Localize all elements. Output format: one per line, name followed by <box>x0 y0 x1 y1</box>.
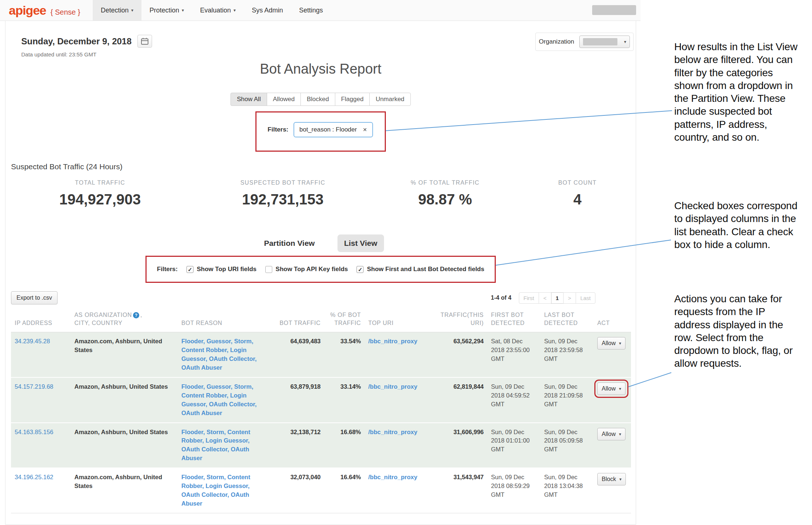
pct-bot-traffic-cell: 16.68% <box>324 423 365 468</box>
page-title: Bot Analysis Report <box>5 61 636 77</box>
pct-bot-traffic-cell: 16.64% <box>324 468 365 513</box>
top-uri-link[interactable]: /bbc_nitro_proxy <box>365 423 429 468</box>
pct-bot-traffic-cell: 33.14% <box>324 377 365 423</box>
nav-item-protection[interactable]: Protection ▾ <box>141 0 192 21</box>
redacted-user-info <box>592 5 636 15</box>
chevron-down-icon: ▾ <box>619 432 621 436</box>
bot-reason-links[interactable]: Flooder, Guessor, Storm, Content Robber,… <box>178 377 262 423</box>
chevron-down-icon: ▾ <box>624 40 626 44</box>
apigee-sense-app: apigee { Sense } Detection ▾ Protection … <box>0 0 641 525</box>
action-dropdown-row-1[interactable]: Allow ▾ <box>597 337 625 350</box>
pagination-last-button[interactable]: Last <box>576 292 595 304</box>
list-filters-label: Filters: <box>157 266 178 273</box>
bot-reason-links[interactable]: Flooder, Guessor, Storm, Content Robber,… <box>178 332 262 377</box>
table-row: 54.163.85.156 Amazon, Ashburn, United St… <box>11 423 631 468</box>
stat-pct-total-traffic: % OF TOTAL TRAFFIC 98.87 % <box>371 180 519 208</box>
col-header-text: CITY, COUNTRY <box>74 320 122 326</box>
as-organization-cell: Amazon, Ashburn, United States <box>71 423 178 468</box>
last-bot-detected-cell: Sun, 09 Dec 2018 21:09:58 GMT <box>540 377 594 423</box>
content-frame: Sunday, December 9, 2018 Data updated un… <box>5 21 636 525</box>
ip-address-link[interactable]: 54.163.85.156 <box>11 423 71 468</box>
nav-item-label: Detection <box>101 7 129 14</box>
ip-address-link[interactable]: 34.239.45.28 <box>11 332 71 377</box>
checkbox-label: Show Top API Key fields <box>276 266 348 273</box>
tab-unmarked[interactable]: Unmarked <box>369 93 410 106</box>
checkbox-icon[interactable] <box>265 266 272 273</box>
nav-item-label: Sys Admin <box>252 7 283 14</box>
traffic-this-uri-cell: 62,819,844 <box>429 377 487 423</box>
page: apigee { Sense } Detection ▾ Protection … <box>0 0 812 525</box>
stats-row: TOTAL TRAFFIC 194,927,903 SUSPECTED BOT … <box>5 180 636 208</box>
report-date-block: Sunday, December 9, 2018 Data updated un… <box>21 35 152 58</box>
top-navbar: apigee { Sense } Detection ▾ Protection … <box>0 0 641 21</box>
top-uri-link[interactable]: /bbc_nitro_proxy <box>365 468 429 513</box>
tab-allowed[interactable]: Allowed <box>267 93 301 106</box>
tab-show-all[interactable]: Show All <box>230 93 267 106</box>
export-csv-button[interactable]: Export to .csv <box>11 291 58 304</box>
help-icon[interactable]: ? <box>133 312 139 318</box>
traffic-this-uri-cell: 31,606,996 <box>429 423 487 468</box>
stat-label: BOT COUNT <box>519 180 636 186</box>
top-uri-link[interactable]: /bbc_nitro_proxy <box>365 377 429 423</box>
nav-item-settings[interactable]: Settings <box>291 0 331 21</box>
col-header-act: ACT <box>594 309 631 332</box>
pagination-page-1-button[interactable]: 1 <box>551 292 564 304</box>
last-bot-detected-cell: Sun, 09 Dec 2018 13:04:38 GMT <box>540 468 594 513</box>
col-header-traffic-this-uri: TRAFFIC(THIS URI) <box>429 309 487 332</box>
chevron-down-icon: ▾ <box>182 8 184 12</box>
last-bot-detected-cell: Sun, 09 Dec 2018 05:09:58 GMT <box>540 423 594 468</box>
bot-reason-links[interactable]: Flooder, Storm, Content Robber, Login Gu… <box>178 423 262 468</box>
top-uri-link[interactable]: /bbc_nitro_proxy <box>365 332 429 377</box>
checkbox-icon[interactable]: ✓ <box>187 266 193 273</box>
organization-dropdown[interactable]: ▾ <box>579 36 630 48</box>
bot-traffic-table-wrap: IP ADDRESS AS ORGANIZATION?, CITY, COUNT… <box>11 309 630 513</box>
sense-logo-text: { Sense } <box>51 8 80 16</box>
filter-checkbox-show-top-api-key[interactable]: Show Top API Key fields <box>265 266 348 273</box>
tab-partition-view[interactable]: Partition View <box>257 234 321 252</box>
bot-reason-links[interactable]: Flooder, Storm, Content Robber, Login Gu… <box>178 468 262 513</box>
primary-nav: Detection ▾ Protection ▾ Evaluation ▾ Sy… <box>93 0 331 21</box>
stat-label: TOTAL TRAFFIC <box>5 180 195 186</box>
action-label: Allow <box>602 340 616 347</box>
ip-address-link[interactable]: 34.196.25.162 <box>11 468 71 513</box>
action-dropdown-row-3[interactable]: Allow ▾ <box>597 428 625 440</box>
bot-traffic-cell: 32,138,712 <box>262 423 324 468</box>
nav-item-sys-admin[interactable]: Sys Admin <box>244 0 291 21</box>
apigee-sense-logo[interactable]: apigee { Sense } <box>9 3 80 18</box>
col-header-as-organization: AS ORGANIZATION?, CITY, COUNTRY <box>71 309 178 332</box>
pagination-buttons: First < 1 > Last <box>519 292 595 304</box>
checkbox-icon[interactable]: ✓ <box>357 266 363 273</box>
pagination-first-button[interactable]: First <box>519 292 539 304</box>
filter-chip-bot-reason-flooder[interactable]: bot_reason : Flooder ✕ <box>294 122 373 137</box>
first-bot-detected-cell: Sun, 09 Dec 2018 01:01:00 GMT <box>487 423 540 468</box>
act-cell: Allow ▾ <box>594 423 631 468</box>
pagination-next-button[interactable]: > <box>563 292 576 304</box>
filters-label: Filters: <box>267 126 288 133</box>
tab-list-view[interactable]: List View <box>337 234 384 252</box>
col-header-text: AS ORGANIZATION <box>74 312 132 318</box>
date-picker-button[interactable] <box>137 35 152 48</box>
col-header-ip-address: IP ADDRESS <box>11 309 71 332</box>
action-dropdown-row-4[interactable]: Block ▾ <box>597 473 626 485</box>
as-organization-cell: Amazon.com, Ashburn, United States <box>71 468 178 513</box>
remove-filter-icon[interactable]: ✕ <box>363 127 367 133</box>
action-dropdown-row-2[interactable]: Allow ▾ <box>597 382 625 395</box>
stat-total-traffic: TOTAL TRAFFIC 194,927,903 <box>5 180 195 208</box>
annotation-actions-note: Actions you can take for requests from t… <box>674 292 802 370</box>
tab-blocked[interactable]: Blocked <box>300 93 335 106</box>
traffic-this-uri-cell: 31,543,947 <box>429 468 487 513</box>
filter-checkbox-show-top-uri[interactable]: ✓ Show Top URI fields <box>187 266 256 273</box>
ip-address-link[interactable]: 54.157.219.68 <box>11 377 71 423</box>
filter-checkbox-show-first-last-bot[interactable]: ✓ Show First and Last Bot Detected field… <box>357 266 484 273</box>
action-label: Allow <box>602 431 616 437</box>
tab-flagged[interactable]: Flagged <box>335 93 370 106</box>
checkbox-label: Show First and Last Bot Detected fields <box>367 266 484 273</box>
filters-callout-box: Filters: bot_reason : Flooder ✕ <box>255 111 385 152</box>
bot-traffic-cell: 64,639,483 <box>262 332 324 377</box>
pagination-prev-button[interactable]: < <box>539 292 551 304</box>
act-cell: Block ▾ <box>594 468 631 513</box>
organization-label: Organization <box>539 38 574 45</box>
nav-item-evaluation[interactable]: Evaluation ▾ <box>192 0 244 21</box>
col-header-first-bot-detected: FIRST BOT DETECTED <box>487 309 540 332</box>
nav-item-detection[interactable]: Detection ▾ <box>93 0 141 21</box>
